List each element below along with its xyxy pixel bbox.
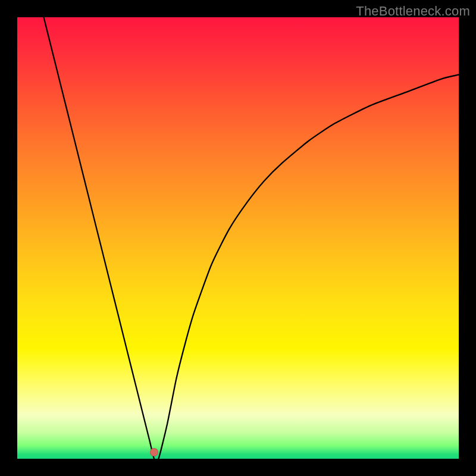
plot-area bbox=[17, 17, 459, 459]
watermark-text: TheBottleneck.com bbox=[356, 4, 470, 19]
bottleneck-curve bbox=[17, 17, 459, 459]
chart-frame: TheBottleneck.com bbox=[0, 0, 476, 476]
minimum-marker-dot bbox=[150, 448, 158, 456]
